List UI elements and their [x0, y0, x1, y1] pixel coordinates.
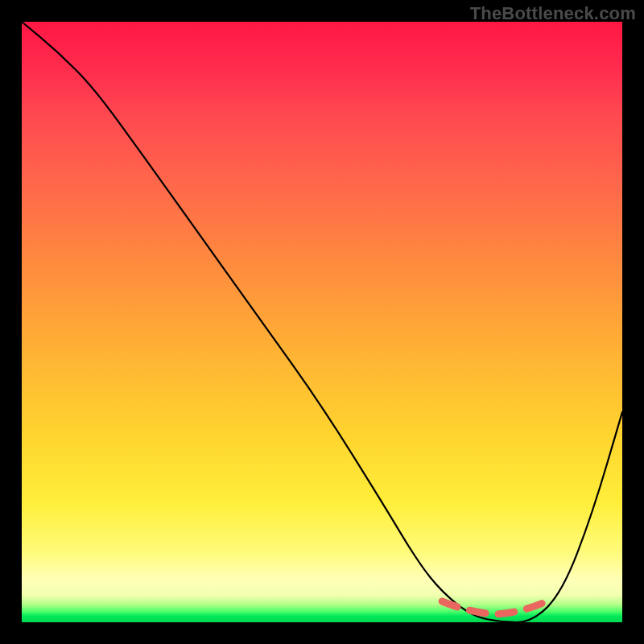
chart-frame: TheBottleneck.com	[0, 0, 644, 644]
bottleneck-curve-line	[22, 22, 622, 622]
watermark-text: TheBottleneck.com	[470, 3, 636, 24]
optimal-range-marker	[442, 600, 550, 614]
bottleneck-curve-svg	[22, 22, 622, 622]
plot-area	[22, 22, 622, 622]
